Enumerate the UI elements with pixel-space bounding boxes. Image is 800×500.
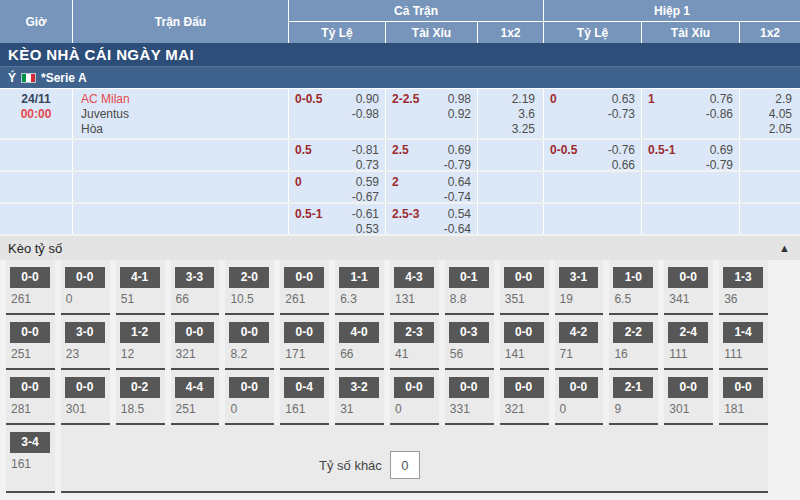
score-chip[interactable]: 0-0 bbox=[175, 322, 215, 343]
odds-value[interactable]: 2.05 bbox=[740, 122, 792, 137]
score-odds-cell[interactable]: 0-0 171 bbox=[280, 315, 329, 370]
score-odds-cell[interactable]: 0-0 301 bbox=[61, 370, 110, 425]
score-chip[interactable]: 3-3 bbox=[175, 267, 215, 288]
odds-value[interactable]: 0.90 bbox=[352, 92, 379, 107]
score-odds-cell[interactable]: 4-4 251 bbox=[171, 370, 220, 425]
h1-1x2-cell[interactable]: 2.9 4.05 2.05 bbox=[740, 89, 800, 138]
odds-value[interactable]: 2.9 bbox=[740, 92, 792, 107]
h1-handicap-cell[interactable]: 0-0.5 -0.760.66 bbox=[544, 140, 641, 170]
score-odds-cell[interactable]: 4-3 131 bbox=[390, 260, 439, 315]
away-team[interactable]: Juventus bbox=[81, 107, 288, 122]
odds-value[interactable]: -0.79 bbox=[444, 158, 471, 173]
odds-value[interactable]: 0.66 bbox=[608, 158, 635, 173]
ft-overunder-cell[interactable]: 2-2.5 0.980.92 bbox=[386, 89, 477, 138]
score-odds-cell[interactable]: 1-1 6.3 bbox=[335, 260, 384, 315]
score-chip[interactable]: 4-3 bbox=[394, 267, 434, 288]
score-chip[interactable]: 0-0 bbox=[229, 322, 269, 343]
score-odds-cell[interactable]: 2-1 9 bbox=[609, 370, 658, 425]
score-chip[interactable]: 0-0 bbox=[284, 267, 324, 288]
score-section-header[interactable]: Kèo tỷ số ▲ bbox=[0, 236, 800, 260]
score-odds-cell[interactable]: 2-3 41 bbox=[390, 315, 439, 370]
score-odds-cell[interactable]: 0-0 261 bbox=[280, 260, 329, 315]
score-odds-cell[interactable]: 0-0 261 bbox=[6, 260, 55, 315]
score-chip[interactable]: 1-2 bbox=[120, 322, 160, 343]
score-odds-cell[interactable]: 2-4 111 bbox=[664, 315, 713, 370]
odds-value[interactable]: -0.74 bbox=[444, 190, 471, 205]
score-odds-cell[interactable]: 0-0 331 bbox=[445, 370, 494, 425]
score-odds-cell[interactable]: 1-4 111 bbox=[719, 315, 768, 370]
score-chip[interactable]: 1-0 bbox=[613, 267, 653, 288]
score-chip[interactable]: 0-0 bbox=[65, 377, 105, 398]
score-chip[interactable]: 2-0 bbox=[229, 267, 269, 288]
score-chip[interactable]: 0-0 bbox=[504, 322, 544, 343]
odds-value[interactable]: 0.98 bbox=[448, 92, 471, 107]
score-chip[interactable]: 1-4 bbox=[723, 322, 763, 343]
odds-value[interactable]: 0.54 bbox=[444, 207, 471, 222]
score-chip[interactable]: 1-1 bbox=[339, 267, 379, 288]
score-odds-cell[interactable]: 0-0 341 bbox=[664, 260, 713, 315]
ft-overunder-cell[interactable]: 2.5 0.69-0.79 bbox=[386, 140, 477, 170]
score-odds-cell[interactable]: 3-3 66 bbox=[171, 260, 220, 315]
score-odds-cell[interactable]: 1-3 36 bbox=[719, 260, 768, 315]
score-chip[interactable]: 0-0 bbox=[668, 267, 708, 288]
score-chip[interactable]: 0-4 bbox=[284, 377, 324, 398]
odds-value[interactable]: -0.81 bbox=[352, 143, 379, 158]
ft-overunder-cell[interactable]: 2.5-3 0.54-0.64 bbox=[386, 204, 477, 234]
score-chip[interactable]: 1-3 bbox=[723, 267, 763, 288]
score-chip[interactable]: 0-0 bbox=[668, 377, 708, 398]
score-odds-cell[interactable]: 0-0 181 bbox=[719, 370, 768, 425]
odds-value[interactable]: 0.64 bbox=[444, 175, 471, 190]
score-chip[interactable]: 3-2 bbox=[339, 377, 379, 398]
score-odds-cell[interactable]: 0-2 18.5 bbox=[116, 370, 165, 425]
score-odds-cell[interactable]: 2-0 10.5 bbox=[225, 260, 274, 315]
score-odds-cell[interactable]: 3-2 31 bbox=[335, 370, 384, 425]
score-odds-cell[interactable]: 0-0 0 bbox=[225, 370, 274, 425]
score-odds-cell[interactable]: 1-2 12 bbox=[116, 315, 165, 370]
odds-value[interactable]: 3.25 bbox=[478, 122, 535, 137]
score-chip[interactable]: 0-1 bbox=[449, 267, 489, 288]
score-odds-cell[interactable]: 3-0 23 bbox=[61, 315, 110, 370]
score-odds-cell[interactable]: 3-1 19 bbox=[555, 260, 604, 315]
home-team[interactable]: AC Milan bbox=[81, 92, 288, 107]
collapse-arrow-icon[interactable]: ▲ bbox=[779, 242, 790, 254]
odds-value[interactable]: 3.6 bbox=[478, 107, 535, 122]
odds-value[interactable]: 0.92 bbox=[448, 107, 471, 122]
odds-value[interactable]: -0.98 bbox=[352, 107, 379, 122]
score-odds-cell[interactable]: 3-4 161 bbox=[6, 425, 55, 493]
h1-handicap-cell[interactable]: 0 0.63-0.73 bbox=[544, 89, 641, 138]
score-chip[interactable]: 4-2 bbox=[559, 322, 599, 343]
odds-value[interactable]: 2.19 bbox=[478, 92, 535, 107]
ft-1x2-cell[interactable]: 2.19 3.6 3.25 bbox=[478, 89, 543, 138]
score-odds-cell[interactable]: 0-0 8.2 bbox=[225, 315, 274, 370]
ft-handicap-cell[interactable]: 0 0.59-0.67 bbox=[289, 172, 385, 202]
odds-value[interactable]: 0.63 bbox=[608, 92, 635, 107]
odds-value[interactable]: -0.79 bbox=[706, 158, 733, 173]
score-odds-cell[interactable]: 0-0 281 bbox=[6, 370, 55, 425]
score-odds-cell[interactable]: 0-3 56 bbox=[445, 315, 494, 370]
odds-value[interactable]: -0.64 bbox=[444, 222, 471, 237]
score-chip[interactable]: 2-2 bbox=[613, 322, 653, 343]
score-chip[interactable]: 0-0 bbox=[284, 322, 324, 343]
score-chip[interactable]: 4-0 bbox=[339, 322, 379, 343]
odds-value[interactable]: 0.69 bbox=[444, 143, 471, 158]
score-chip[interactable]: 0-0 bbox=[10, 377, 50, 398]
odds-value[interactable]: 0.69 bbox=[706, 143, 733, 158]
score-chip[interactable]: 0-0 bbox=[449, 377, 489, 398]
score-odds-cell[interactable]: 4-1 51 bbox=[116, 260, 165, 315]
score-chip[interactable]: 4-4 bbox=[175, 377, 215, 398]
other-score-input[interactable]: 0 bbox=[390, 451, 420, 479]
odds-value[interactable]: 0.59 bbox=[352, 175, 379, 190]
score-chip[interactable]: 2-3 bbox=[394, 322, 434, 343]
score-chip[interactable]: 0-3 bbox=[449, 322, 489, 343]
score-chip[interactable]: 0-0 bbox=[10, 267, 50, 288]
score-odds-cell[interactable]: 0-1 8.8 bbox=[445, 260, 494, 315]
score-chip[interactable]: 0-0 bbox=[504, 267, 544, 288]
ft-handicap-cell[interactable]: 0.5-1 -0.610.53 bbox=[289, 204, 385, 234]
score-odds-cell[interactable]: 0-0 0 bbox=[61, 260, 110, 315]
score-chip[interactable]: 0-2 bbox=[120, 377, 160, 398]
score-chip[interactable]: 0-0 bbox=[504, 377, 544, 398]
h1-overunder-cell[interactable]: 1 0.76-0.86 bbox=[642, 89, 739, 138]
league-row[interactable]: Ý *Serie A bbox=[0, 67, 800, 89]
score-odds-cell[interactable]: 0-0 321 bbox=[171, 315, 220, 370]
odds-value[interactable]: 0.76 bbox=[706, 92, 733, 107]
